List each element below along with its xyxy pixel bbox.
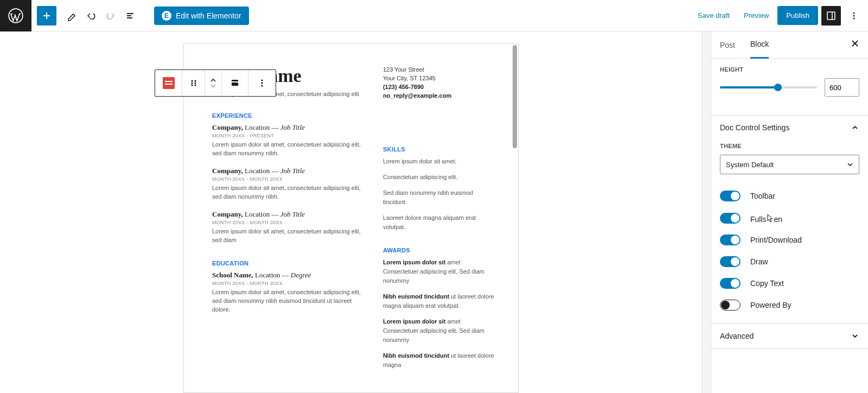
doc-bottom-toolbar	[184, 388, 518, 394]
editor-topbar: E Edit with Elementor Save draft Preview…	[0, 0, 868, 31]
options-button[interactable]	[844, 6, 864, 26]
svg-point-18	[261, 85, 263, 87]
editor-canvas[interactable]: Your Name Lorem ipsum dolor sit amet, co…	[0, 31, 702, 393]
job-entry: Company, Location — Job Title MONTH 20XX…	[212, 123, 362, 158]
section-skills: SKILLS	[383, 146, 494, 153]
chevron-up-icon	[851, 123, 859, 132]
theme-select[interactable]: System Default	[720, 155, 859, 174]
svg-point-12	[191, 85, 193, 86]
block-type-button[interactable]	[155, 70, 182, 96]
svg-point-17	[261, 83, 263, 84]
panel-icon	[826, 10, 837, 21]
kebab-icon	[257, 78, 267, 88]
svg-point-16	[261, 80, 263, 81]
close-icon	[851, 39, 859, 48]
align-button[interactable]	[221, 70, 248, 96]
svg-point-13	[194, 85, 196, 86]
elementor-icon: E	[162, 11, 171, 21]
height-slider[interactable]	[720, 86, 817, 88]
chevron-down-icon	[851, 332, 859, 340]
drag-handle[interactable]	[182, 70, 205, 96]
svg-point-10	[191, 83, 193, 84]
height-label: HEIGHT	[720, 66, 859, 73]
svg-rect-14	[232, 80, 238, 81]
undo-icon	[86, 10, 97, 21]
edit-with-elementor-button[interactable]: E Edit with Elementor	[154, 7, 249, 25]
doc-control-section[interactable]: Doc Control Settings	[711, 115, 868, 140]
chevron-down-icon	[847, 161, 853, 168]
pencil-icon	[66, 10, 77, 21]
save-draft-button[interactable]: Save draft	[692, 7, 735, 24]
svg-rect-15	[232, 83, 238, 86]
cursor-icon	[767, 213, 774, 223]
preview-button[interactable]: Preview	[738, 7, 774, 24]
list-icon	[125, 10, 136, 21]
toggle-copytext[interactable]	[720, 278, 741, 289]
tab-block[interactable]: Block	[750, 31, 769, 59]
doc-scrollbar-vertical[interactable]	[513, 45, 517, 148]
canvas-scrollbar[interactable]	[702, 31, 711, 393]
section-experience: EXPERIENCE	[212, 112, 362, 119]
block-toolbar	[155, 69, 276, 97]
chevron-down-icon	[209, 83, 217, 88]
toggle-poweredby[interactable]	[720, 300, 741, 310]
toggle-draw[interactable]	[720, 256, 741, 267]
align-icon	[229, 78, 240, 88]
tab-post[interactable]: Post	[720, 32, 735, 58]
kebab-icon	[848, 10, 859, 21]
block-more-button[interactable]	[248, 70, 276, 96]
education-entry: School Name, Location — Degree MONTH 20X…	[212, 271, 362, 314]
contact-info: 123 Your Street Your City, ST 12345 (123…	[383, 66, 494, 100]
svg-point-8	[191, 80, 193, 82]
undo-button[interactable]	[81, 6, 101, 26]
redo-button[interactable]	[101, 6, 120, 26]
toggle-fullscreen[interactable]	[720, 213, 741, 224]
svg-point-5	[853, 12, 855, 14]
wordpress-logo[interactable]	[0, 0, 31, 31]
section-education: EDUCATION	[212, 260, 362, 267]
job-entry: Company, Location — Job Title MONTH 20XX…	[212, 167, 362, 201]
svg-point-7	[853, 17, 855, 19]
close-settings-button[interactable]	[851, 39, 859, 50]
move-up-down[interactable]	[205, 70, 221, 96]
section-awards: AWARDS	[383, 247, 494, 253]
edit-tool-button[interactable]	[62, 6, 81, 26]
toggle-print[interactable]	[720, 234, 741, 245]
svg-point-9	[194, 80, 196, 82]
drag-icon	[189, 78, 199, 88]
edit-elementor-label: Edit with Elementor	[176, 11, 241, 20]
settings-panel: Post Block HEIGHT Doc Control Settings T…	[711, 31, 868, 393]
chevron-up-icon	[209, 78, 217, 83]
sidebar-settings-button[interactable]	[821, 6, 841, 26]
height-input[interactable]	[825, 78, 859, 97]
theme-label: THEME	[720, 143, 859, 149]
job-entry: Company, Location — Job Title MONTH 20XX…	[212, 210, 362, 245]
svg-point-6	[853, 15, 855, 16]
plus-icon	[41, 10, 52, 21]
add-block-button[interactable]	[37, 6, 56, 26]
redo-icon	[105, 10, 116, 21]
svg-point-11	[194, 83, 196, 84]
toggle-toolbar[interactable]	[720, 191, 741, 201]
publish-button[interactable]: Publish	[777, 6, 818, 25]
document-overview-button[interactable]	[120, 6, 140, 26]
pdf-block-icon	[163, 77, 175, 89]
advanced-section[interactable]: Advanced	[711, 324, 868, 348]
svg-rect-3	[827, 12, 835, 20]
